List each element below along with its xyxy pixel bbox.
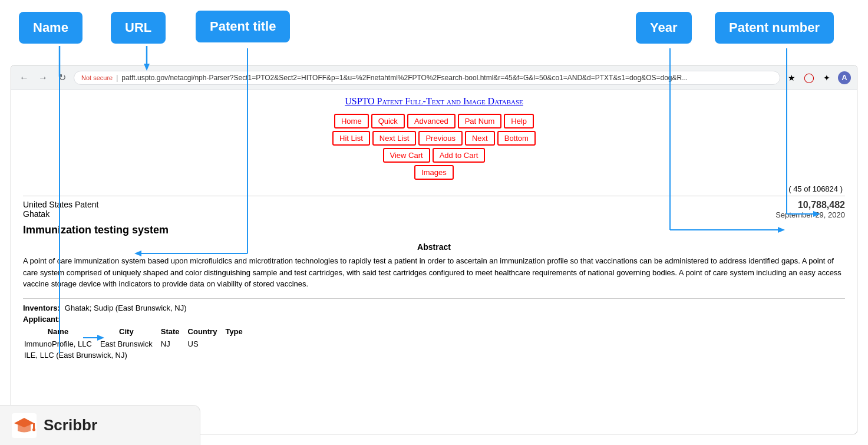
bottom-btn[interactable]: Bottom <box>497 131 536 146</box>
applicant-name-1: ImmunoProfile, LLC <box>24 339 99 350</box>
scribbr-logo-icon <box>12 413 37 438</box>
abstract-text: A point of care immunization system base… <box>23 255 845 290</box>
images-btn[interactable]: Images <box>414 165 454 180</box>
browser-window: ← → ↻ Not secure | patft.uspto.gov/netac… <box>11 65 857 434</box>
forward-button[interactable]: → <box>36 71 50 85</box>
table-row: ImmunoProfile, LLC East Brunswick NJ US <box>24 339 250 350</box>
quick-btn[interactable]: Quick <box>371 114 405 128</box>
nav-buttons: Home Quick Advanced Pat Num Help Hit Lis… <box>23 114 845 180</box>
patent-date: September 29, 2020 <box>775 210 845 219</box>
inventors-label: Inventors: <box>23 304 60 312</box>
viewcart-btn[interactable]: View Cart <box>383 148 430 163</box>
year-label: Year <box>636 12 692 44</box>
patent-title-label: Patent title <box>196 11 290 42</box>
table-row: ILE, LLC (East Brunswick, NJ) <box>24 351 250 361</box>
patent-header: United States Patent Ghatak 10,788,482 S… <box>23 196 845 219</box>
nav-row-2: Hit List Next List Previous Next Bottom <box>332 131 536 146</box>
applicant-name-2: ILE, LLC (East Brunswick, NJ) <box>24 351 250 361</box>
addtocart-btn[interactable]: Add to Cart <box>433 148 486 163</box>
inventors-section: Inventors: Ghatak; Sudip (East Brunswick… <box>23 298 845 362</box>
col-type: Type <box>225 327 249 338</box>
patent-title-value: Immunization testing system <box>23 224 845 236</box>
nextlist-btn[interactable]: Next List <box>372 131 417 146</box>
patent-right: 10,788,482 September 29, 2020 <box>775 200 845 219</box>
patent-number-label: Patent number <box>715 12 834 44</box>
advanced-btn[interactable]: Advanced <box>407 114 456 128</box>
applicant-label: Applicant: <box>23 315 61 324</box>
extension-icon[interactable]: ✦ <box>820 71 833 84</box>
name-label: Name <box>19 12 82 44</box>
col-country: Country <box>188 327 225 338</box>
reload-button[interactable]: ↻ <box>55 71 69 85</box>
col-name: Name <box>24 327 99 338</box>
abstract-heading: Abstract <box>23 242 845 252</box>
applicant-table: Name City State Country Type ImmunoProfi… <box>23 326 251 362</box>
col-city: City <box>100 327 160 338</box>
inventor-last-name: Ghatak <box>23 209 98 219</box>
patent-number-value: 10,788,482 <box>775 200 845 210</box>
result-count: ( 45 of 106824 ) <box>23 184 845 193</box>
patent-left: United States Patent Ghatak <box>23 200 98 219</box>
star-icon[interactable]: ★ <box>785 71 798 84</box>
applicant-state-1: NJ <box>161 339 187 350</box>
page-content: USPTO Patent Full-Text and Image Databas… <box>11 90 857 368</box>
applicant-city-1: East Brunswick <box>100 339 160 350</box>
patnum-btn[interactable]: Pat Num <box>458 114 502 128</box>
scribbr-footer: Scribbr <box>0 405 200 445</box>
applicant-type-1 <box>225 339 249 350</box>
url-text: patft.uspto.gov/netacgi/nph-Parser?Sect1… <box>121 74 773 82</box>
col-state: State <box>161 327 187 338</box>
page-title-link[interactable]: USPTO Patent Full-Text and Image Databas… <box>345 96 523 106</box>
previous-btn[interactable]: Previous <box>418 131 463 146</box>
nav-row-1: Home Quick Advanced Pat Num Help <box>334 114 534 128</box>
applicant-country-1: US <box>188 339 225 350</box>
page-title: USPTO Patent Full-Text and Image Databas… <box>23 96 845 107</box>
firefox-icon: ◯ <box>803 71 816 84</box>
scribbr-name: Scribbr <box>44 416 97 434</box>
profile-icon[interactable]: A <box>838 71 851 84</box>
abstract-section: Abstract A point of care immunization sy… <box>23 242 845 290</box>
back-button[interactable]: ← <box>17 71 31 85</box>
help-btn[interactable]: Help <box>504 114 534 128</box>
home-btn[interactable]: Home <box>334 114 369 128</box>
inventors-row: Inventors: Ghatak; Sudip (East Brunswick… <box>23 304 845 312</box>
address-bar[interactable]: Not secure | patft.uspto.gov/netacgi/nph… <box>74 71 780 85</box>
toolbar-icons: ★ ◯ ✦ A <box>785 71 851 84</box>
inventors-value: Ghatak; Sudip (East Brunswick, NJ) <box>65 304 187 312</box>
patent-type: United States Patent <box>23 200 98 209</box>
url-label: URL <box>111 12 166 44</box>
address-bar-separator: | <box>116 74 118 82</box>
applicant-row: Applicant: <box>23 315 845 324</box>
browser-toolbar: ← → ↻ Not secure | patft.uspto.gov/netac… <box>11 65 857 90</box>
next-btn[interactable]: Next <box>465 131 495 146</box>
svg-point-19 <box>32 428 35 431</box>
nav-row-4: Images <box>414 165 454 180</box>
hitlist-btn[interactable]: Hit List <box>332 131 370 146</box>
secure-warning: Not secure <box>81 74 113 81</box>
nav-row-3: View Cart Add to Cart <box>383 148 486 163</box>
